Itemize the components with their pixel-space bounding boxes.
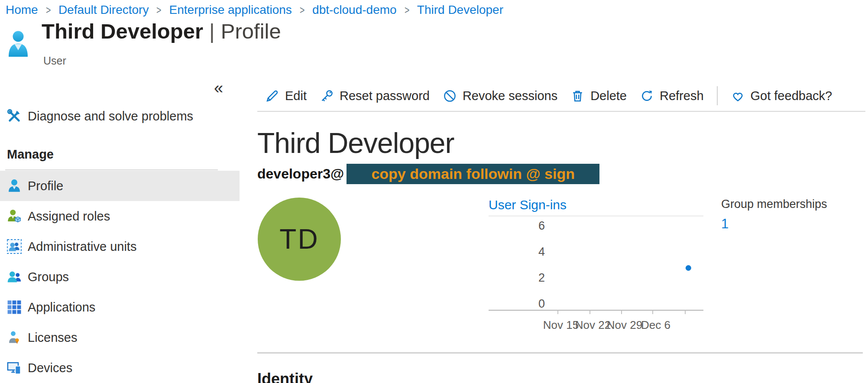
user-sign-ins-link[interactable]: User Sign-ins bbox=[489, 198, 567, 212]
got-feedback-button[interactable]: Got feedback? bbox=[731, 89, 832, 103]
x-tick-label: Dec 6 bbox=[641, 318, 670, 331]
breadcrumb-separator-icon: > bbox=[156, 3, 161, 17]
user-principal-name: developer3@ copy domain followin @ sign bbox=[257, 164, 599, 184]
sidebar-item-diagnose[interactable]: Diagnose and solve problems bbox=[0, 101, 240, 131]
breadcrumb-separator-icon: > bbox=[46, 3, 51, 17]
sidebar-item-label: Groups bbox=[28, 270, 69, 284]
sidebar-item-label: Applications bbox=[28, 300, 95, 315]
group-memberships-count-link[interactable]: 1 bbox=[721, 216, 729, 232]
breadcrumb-dbt-cloud-demo[interactable]: dbt-cloud-demo bbox=[312, 3, 397, 17]
sidebar-item-label: Profile bbox=[28, 179, 63, 193]
breadcrumb-separator-icon: > bbox=[300, 3, 304, 17]
sidebar-item-groups[interactable]: Groups bbox=[0, 262, 240, 292]
x-tick-label: Nov 29 bbox=[607, 318, 642, 331]
group-memberships-label: Group memberships bbox=[721, 198, 827, 211]
button-label: Revoke sessions bbox=[463, 89, 557, 103]
x-tick-label: Nov 15 bbox=[543, 318, 579, 331]
assigned-roles-icon bbox=[6, 208, 22, 224]
user-page-icon bbox=[8, 30, 29, 57]
breadcrumb-enterprise-applications[interactable]: Enterprise applications bbox=[169, 3, 292, 17]
button-label: Got feedback? bbox=[751, 89, 832, 103]
sidebar-divider bbox=[5, 169, 218, 170]
y-tick-label: 2 bbox=[538, 271, 545, 284]
edit-button[interactable]: Edit bbox=[265, 89, 307, 103]
trash-icon bbox=[570, 89, 585, 103]
toolbar-divider bbox=[717, 86, 718, 105]
sidebar-item-label: Assigned roles bbox=[28, 209, 110, 224]
sidebar: « Diagnose and solve problems Manage Pro… bbox=[0, 68, 240, 383]
upn-prefix: developer3@ bbox=[257, 166, 344, 182]
page-title-blade: Profile bbox=[221, 19, 281, 43]
key-icon bbox=[320, 89, 334, 103]
refresh-icon bbox=[640, 89, 654, 103]
button-label: Delete bbox=[590, 89, 627, 103]
refresh-button[interactable]: Refresh bbox=[640, 89, 704, 103]
sidebar-item-profile[interactable]: Profile bbox=[0, 171, 240, 201]
breadcrumb-separator-icon: > bbox=[405, 3, 409, 17]
x-tick-label: Nov 22 bbox=[575, 318, 611, 331]
reset-password-button[interactable]: Reset password bbox=[320, 89, 430, 103]
signin-data-point bbox=[686, 265, 691, 271]
sidebar-item-label: Diagnose and solve problems bbox=[28, 109, 193, 123]
page-title-separator: | bbox=[209, 19, 215, 43]
heart-icon bbox=[731, 89, 745, 103]
domain-redaction-overlay: copy domain followin @ sign bbox=[347, 164, 599, 184]
sidebar-item-label: Devices bbox=[28, 361, 72, 375]
revoke-sessions-button[interactable]: Revoke sessions bbox=[443, 89, 557, 103]
licenses-icon bbox=[6, 330, 22, 345]
sidebar-collapse-button[interactable]: « bbox=[214, 80, 223, 96]
breadcrumb-default-directory[interactable]: Default Directory bbox=[58, 3, 149, 17]
administrative-units-icon bbox=[6, 239, 22, 254]
breadcrumb: Home > Default Directory > Enterprise ap… bbox=[6, 1, 503, 19]
group-memberships-block: Group memberships 1 bbox=[721, 198, 827, 232]
button-label: Refresh bbox=[660, 89, 704, 103]
page-title: Third Developer | Profile bbox=[42, 19, 281, 43]
sidebar-item-applications[interactable]: Applications bbox=[0, 292, 240, 322]
x-axis-ticks bbox=[558, 310, 685, 314]
diagnose-tools-icon bbox=[6, 108, 22, 124]
button-label: Edit bbox=[285, 89, 307, 103]
sidebar-item-licenses[interactable]: Licenses bbox=[0, 322, 240, 353]
sidebar-item-devices[interactable]: Devices bbox=[0, 353, 240, 383]
groups-icon bbox=[6, 269, 22, 285]
section-divider bbox=[257, 352, 863, 354]
sidebar-item-assigned-roles[interactable]: Assigned roles bbox=[0, 201, 240, 231]
sign-ins-plot: 6 4 2 0 Nov 15 Nov 22 Nov 29 Dec 6 bbox=[489, 216, 703, 331]
sidebar-section-manage: Manage bbox=[7, 147, 54, 162]
sidebar-item-administrative-units[interactable]: Administrative units bbox=[0, 231, 240, 262]
pencil-icon bbox=[265, 89, 279, 103]
command-bar: Edit Reset password Revoke sessions Dele… bbox=[257, 81, 865, 112]
applications-grid-icon bbox=[6, 299, 22, 315]
y-tick-label: 4 bbox=[538, 245, 545, 258]
y-tick-label: 0 bbox=[538, 297, 545, 310]
user-display-name: Third Developer bbox=[257, 127, 454, 159]
delete-button[interactable]: Delete bbox=[570, 89, 627, 103]
breadcrumb-home[interactable]: Home bbox=[6, 3, 38, 17]
avatar: TD bbox=[258, 198, 341, 281]
devices-icon bbox=[6, 360, 22, 376]
user-sign-ins-chart: User Sign-ins 6 4 2 0 Nov 15 Nov 22 Nov … bbox=[489, 198, 703, 331]
profile-person-icon bbox=[6, 178, 22, 194]
button-label: Reset password bbox=[340, 89, 430, 103]
identity-section-heading: Identity bbox=[257, 370, 313, 383]
y-tick-label: 6 bbox=[538, 219, 545, 232]
object-type-label: User bbox=[43, 55, 66, 67]
sidebar-item-label: Administrative units bbox=[28, 240, 136, 254]
breadcrumb-third-developer[interactable]: Third Developer bbox=[417, 3, 503, 17]
page-title-name: Third Developer bbox=[42, 19, 203, 43]
block-icon bbox=[443, 89, 457, 103]
sidebar-item-label: Licenses bbox=[28, 331, 77, 345]
